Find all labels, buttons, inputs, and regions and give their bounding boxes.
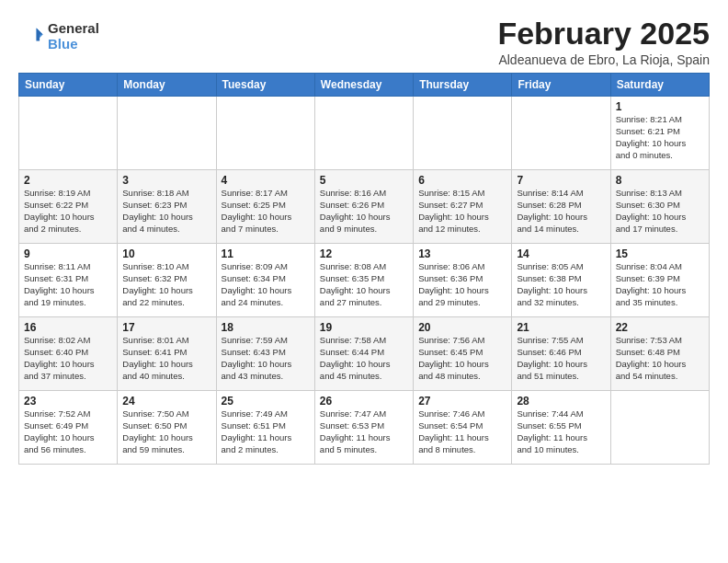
day-number: 1 bbox=[616, 100, 704, 113]
calendar-cell: 11Sunrise: 8:09 AM Sunset: 6:34 PM Dayli… bbox=[216, 244, 314, 317]
day-info: Sunrise: 8:16 AM Sunset: 6:26 PM Dayligh… bbox=[320, 188, 408, 235]
day-number: 5 bbox=[320, 174, 408, 187]
day-info: Sunrise: 7:50 AM Sunset: 6:50 PM Dayligh… bbox=[122, 408, 210, 455]
weekday-header: Wednesday bbox=[314, 74, 413, 97]
calendar-cell bbox=[512, 97, 610, 170]
calendar-cell: 1Sunrise: 8:21 AM Sunset: 6:21 PM Daylig… bbox=[610, 97, 709, 170]
day-number: 9 bbox=[24, 247, 112, 260]
calendar-cell: 10Sunrise: 8:10 AM Sunset: 6:32 PM Dayli… bbox=[118, 244, 216, 317]
calendar-table: SundayMondayTuesdayWednesdayThursdayFrid… bbox=[18, 73, 710, 465]
day-number: 14 bbox=[517, 247, 605, 260]
weekday-header: Saturday bbox=[610, 74, 709, 97]
calendar-cell: 9Sunrise: 8:11 AM Sunset: 6:31 PM Daylig… bbox=[19, 244, 118, 317]
calendar-cell bbox=[414, 97, 512, 170]
page-container: General Blue February 2025 Aldeanueva de… bbox=[0, 0, 728, 474]
day-number: 4 bbox=[222, 174, 310, 187]
calendar-cell: 28Sunrise: 7:44 AM Sunset: 6:55 PM Dayli… bbox=[512, 391, 610, 465]
day-info: Sunrise: 8:02 AM Sunset: 6:40 PM Dayligh… bbox=[24, 335, 112, 382]
day-info: Sunrise: 8:09 AM Sunset: 6:34 PM Dayligh… bbox=[222, 261, 310, 308]
calendar-cell: 16Sunrise: 8:02 AM Sunset: 6:40 PM Dayli… bbox=[19, 317, 118, 391]
day-number: 16 bbox=[24, 321, 112, 334]
calendar-cell: 12Sunrise: 8:08 AM Sunset: 6:35 PM Dayli… bbox=[314, 244, 413, 317]
calendar-cell: 18Sunrise: 7:59 AM Sunset: 6:43 PM Dayli… bbox=[216, 317, 314, 391]
calendar-cell: 26Sunrise: 7:47 AM Sunset: 6:53 PM Dayli… bbox=[314, 391, 413, 465]
day-number: 13 bbox=[418, 247, 506, 260]
day-number: 22 bbox=[616, 321, 704, 334]
day-info: Sunrise: 7:56 AM Sunset: 6:45 PM Dayligh… bbox=[418, 335, 506, 382]
day-number: 10 bbox=[122, 247, 210, 260]
day-info: Sunrise: 8:06 AM Sunset: 6:36 PM Dayligh… bbox=[418, 261, 506, 308]
day-number: 25 bbox=[222, 395, 310, 408]
day-number: 3 bbox=[122, 174, 210, 187]
day-number: 24 bbox=[122, 395, 210, 408]
calendar-week-row: 9Sunrise: 8:11 AM Sunset: 6:31 PM Daylig… bbox=[19, 244, 710, 317]
calendar-cell: 19Sunrise: 7:58 AM Sunset: 6:44 PM Dayli… bbox=[314, 317, 413, 391]
header: General Blue February 2025 Aldeanueva de… bbox=[18, 17, 710, 67]
calendar-cell: 27Sunrise: 7:46 AM Sunset: 6:54 PM Dayli… bbox=[414, 391, 512, 465]
day-number: 12 bbox=[320, 247, 408, 260]
day-number: 26 bbox=[320, 395, 408, 408]
calendar-cell: 21Sunrise: 7:55 AM Sunset: 6:46 PM Dayli… bbox=[512, 317, 610, 391]
day-number: 19 bbox=[320, 321, 408, 334]
calendar-cell: 8Sunrise: 8:13 AM Sunset: 6:30 PM Daylig… bbox=[610, 170, 709, 244]
month-title: February 2025 bbox=[497, 17, 710, 51]
calendar-cell bbox=[19, 97, 118, 170]
calendar-cell: 25Sunrise: 7:49 AM Sunset: 6:51 PM Dayli… bbox=[216, 391, 314, 465]
day-number: 15 bbox=[616, 247, 704, 260]
calendar-cell: 17Sunrise: 8:01 AM Sunset: 6:41 PM Dayli… bbox=[118, 317, 216, 391]
day-number: 6 bbox=[418, 174, 506, 187]
day-number: 11 bbox=[222, 247, 310, 260]
day-info: Sunrise: 7:55 AM Sunset: 6:46 PM Dayligh… bbox=[517, 335, 605, 382]
day-info: Sunrise: 7:47 AM Sunset: 6:53 PM Dayligh… bbox=[320, 408, 408, 455]
weekday-header-row: SundayMondayTuesdayWednesdayThursdayFrid… bbox=[19, 74, 710, 97]
calendar-cell: 4Sunrise: 8:17 AM Sunset: 6:25 PM Daylig… bbox=[216, 170, 314, 244]
day-info: Sunrise: 8:17 AM Sunset: 6:25 PM Dayligh… bbox=[222, 188, 310, 235]
calendar-cell: 7Sunrise: 8:14 AM Sunset: 6:28 PM Daylig… bbox=[512, 170, 610, 244]
day-info: Sunrise: 7:53 AM Sunset: 6:48 PM Dayligh… bbox=[616, 335, 704, 382]
calendar-week-row: 2Sunrise: 8:19 AM Sunset: 6:22 PM Daylig… bbox=[19, 170, 710, 244]
day-info: Sunrise: 7:52 AM Sunset: 6:49 PM Dayligh… bbox=[24, 408, 112, 455]
day-info: Sunrise: 7:59 AM Sunset: 6:43 PM Dayligh… bbox=[222, 335, 310, 382]
day-info: Sunrise: 8:11 AM Sunset: 6:31 PM Dayligh… bbox=[24, 261, 112, 308]
calendar-cell: 24Sunrise: 7:50 AM Sunset: 6:50 PM Dayli… bbox=[118, 391, 216, 465]
calendar-week-row: 16Sunrise: 8:02 AM Sunset: 6:40 PM Dayli… bbox=[19, 317, 710, 391]
day-info: Sunrise: 7:58 AM Sunset: 6:44 PM Dayligh… bbox=[320, 335, 408, 382]
logo-icon bbox=[18, 23, 44, 49]
title-block: February 2025 Aldeanueva de Ebro, La Rio… bbox=[497, 17, 710, 67]
location: Aldeanueva de Ebro, La Rioja, Spain bbox=[497, 52, 710, 67]
day-info: Sunrise: 7:44 AM Sunset: 6:55 PM Dayligh… bbox=[517, 408, 605, 455]
calendar-cell bbox=[314, 97, 413, 170]
weekday-header: Friday bbox=[512, 74, 610, 97]
day-info: Sunrise: 8:04 AM Sunset: 6:39 PM Dayligh… bbox=[616, 261, 704, 308]
calendar-cell: 2Sunrise: 8:19 AM Sunset: 6:22 PM Daylig… bbox=[19, 170, 118, 244]
day-info: Sunrise: 8:08 AM Sunset: 6:35 PM Dayligh… bbox=[320, 261, 408, 308]
calendar-week-row: 1Sunrise: 8:21 AM Sunset: 6:21 PM Daylig… bbox=[19, 97, 710, 170]
day-info: Sunrise: 8:18 AM Sunset: 6:23 PM Dayligh… bbox=[122, 188, 210, 235]
day-number: 23 bbox=[24, 395, 112, 408]
day-info: Sunrise: 7:49 AM Sunset: 6:51 PM Dayligh… bbox=[222, 408, 310, 455]
calendar-cell: 22Sunrise: 7:53 AM Sunset: 6:48 PM Dayli… bbox=[610, 317, 709, 391]
weekday-header: Monday bbox=[118, 74, 216, 97]
day-info: Sunrise: 7:46 AM Sunset: 6:54 PM Dayligh… bbox=[418, 408, 506, 455]
calendar-cell: 13Sunrise: 8:06 AM Sunset: 6:36 PM Dayli… bbox=[414, 244, 512, 317]
day-info: Sunrise: 8:21 AM Sunset: 6:21 PM Dayligh… bbox=[616, 114, 704, 161]
day-info: Sunrise: 8:05 AM Sunset: 6:38 PM Dayligh… bbox=[517, 261, 605, 308]
day-number: 7 bbox=[517, 174, 605, 187]
calendar-cell: 5Sunrise: 8:16 AM Sunset: 6:26 PM Daylig… bbox=[314, 170, 413, 244]
logo-text: General Blue bbox=[48, 20, 99, 52]
calendar-cell: 14Sunrise: 8:05 AM Sunset: 6:38 PM Dayli… bbox=[512, 244, 610, 317]
day-number: 17 bbox=[122, 321, 210, 334]
weekday-header: Sunday bbox=[19, 74, 118, 97]
day-info: Sunrise: 8:14 AM Sunset: 6:28 PM Dayligh… bbox=[517, 188, 605, 235]
weekday-header: Thursday bbox=[414, 74, 512, 97]
day-info: Sunrise: 8:15 AM Sunset: 6:27 PM Dayligh… bbox=[418, 188, 506, 235]
day-info: Sunrise: 8:01 AM Sunset: 6:41 PM Dayligh… bbox=[122, 335, 210, 382]
calendar-cell: 20Sunrise: 7:56 AM Sunset: 6:45 PM Dayli… bbox=[414, 317, 512, 391]
calendar-week-row: 23Sunrise: 7:52 AM Sunset: 6:49 PM Dayli… bbox=[19, 391, 710, 465]
calendar-cell: 3Sunrise: 8:18 AM Sunset: 6:23 PM Daylig… bbox=[118, 170, 216, 244]
calendar-cell bbox=[118, 97, 216, 170]
weekday-header: Tuesday bbox=[216, 74, 314, 97]
calendar-cell bbox=[610, 391, 709, 465]
day-number: 20 bbox=[418, 321, 506, 334]
day-number: 21 bbox=[517, 321, 605, 334]
